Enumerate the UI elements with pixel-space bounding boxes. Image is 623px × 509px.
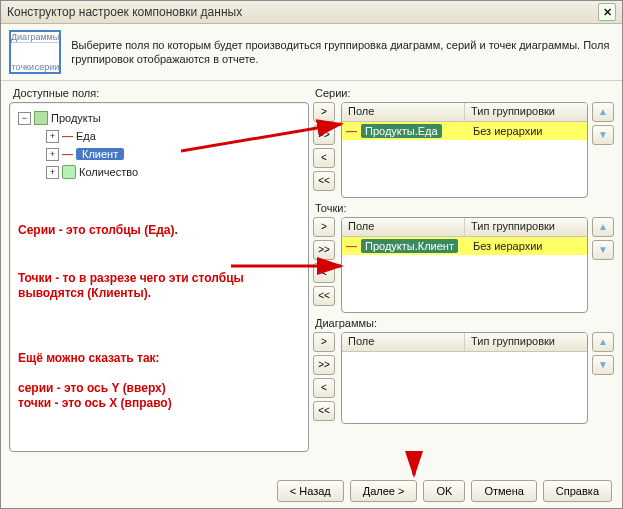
points-row[interactable]: —Продукты.Клиент Без иерархии — [342, 237, 587, 255]
addall-button[interactable]: >> — [313, 355, 335, 375]
icon-right-label: серии — [35, 62, 60, 72]
diagrams-grid[interactable]: Поле Тип группировки — [341, 332, 588, 424]
expand-icon[interactable]: + — [46, 166, 59, 179]
series-row-field: Продукты.Еда — [361, 124, 442, 138]
ok-button[interactable]: OK — [423, 480, 465, 502]
tree-item-label: Еда — [76, 130, 96, 142]
mode-diagram-icon[interactable]: Диаграммы точки серии — [9, 30, 61, 74]
points-row-group: Без иерархии — [469, 240, 587, 252]
series-row[interactable]: —Продукты.Еда Без иерархии — [342, 122, 587, 140]
expand-icon[interactable]: + — [46, 130, 59, 143]
points-row-field: Продукты.Клиент — [361, 239, 458, 253]
close-icon[interactable]: ✕ — [598, 3, 616, 21]
series-row-group: Без иерархии — [469, 125, 587, 137]
moveup-button[interactable]: ▲ — [592, 102, 614, 122]
dim-icon: — — [62, 148, 73, 160]
series-col-group: Тип группировки — [465, 103, 587, 121]
icon-top-label: Диаграммы — [11, 32, 59, 43]
annotation-points: Точки - то в разрезе чего эти столбцы вы… — [18, 271, 298, 301]
tree-item-kolichestvo[interactable]: + Количество — [14, 163, 304, 181]
series-col-field: Поле — [342, 103, 465, 121]
series-label: Серии: — [315, 87, 614, 99]
removeall-button[interactable]: << — [313, 286, 335, 306]
number-icon — [62, 165, 76, 179]
movedown-button[interactable]: ▼ — [592, 240, 614, 260]
expand-icon[interactable]: + — [46, 148, 59, 161]
moveup-button[interactable]: ▲ — [592, 217, 614, 237]
removeall-button[interactable]: << — [313, 171, 335, 191]
addall-button[interactable]: >> — [313, 240, 335, 260]
tree-item-klient[interactable]: + — Клиент — [14, 145, 304, 163]
collapse-icon[interactable]: − — [18, 112, 31, 125]
toolbar-description: Выберите поля по которым будет производи… — [71, 38, 614, 66]
points-col-group: Тип группировки — [465, 218, 587, 236]
removeall-button[interactable]: << — [313, 401, 335, 421]
diagrams-col-group: Тип группировки — [465, 333, 587, 351]
icon-left-label: точки — [11, 62, 35, 72]
dim-icon: — — [62, 130, 73, 142]
add-button[interactable]: > — [313, 332, 335, 352]
series-grid[interactable]: Поле Тип группировки —Продукты.Еда Без и… — [341, 102, 588, 198]
tree-item-label: Клиент — [76, 148, 124, 160]
dim-icon: — — [346, 240, 357, 252]
movedown-button[interactable]: ▼ — [592, 125, 614, 145]
help-button[interactable]: Справка — [543, 480, 612, 502]
remove-button[interactable]: < — [313, 378, 335, 398]
annotation-series: Серии - это столбцы (Еда). — [18, 223, 178, 238]
addall-button[interactable]: >> — [313, 125, 335, 145]
footer-buttons: < Назад Далее > OK Отмена Справка — [277, 480, 612, 502]
remove-button[interactable]: < — [313, 148, 335, 168]
window-title: Конструктор настроек компоновки данных — [7, 5, 242, 19]
diagrams-col-field: Поле — [342, 333, 465, 351]
available-fields-panel: − Продукты + — Еда + — Клиент — [9, 102, 309, 452]
titlebar: Конструктор настроек компоновки данных ✕ — [1, 1, 622, 24]
available-fields-label: Доступные поля: — [13, 87, 309, 99]
points-grid[interactable]: Поле Тип группировки —Продукты.Клиент Бе… — [341, 217, 588, 313]
dim-icon: — — [346, 125, 357, 137]
add-button[interactable]: > — [313, 102, 335, 122]
annotation-extra-2: серии - это ось Y (вверх) точки - это ос… — [18, 381, 172, 411]
add-button[interactable]: > — [313, 217, 335, 237]
points-label: Точки: — [315, 202, 614, 214]
movedown-button[interactable]: ▼ — [592, 355, 614, 375]
tree-item-label: Количество — [79, 166, 138, 178]
folder-icon — [34, 111, 48, 125]
moveup-button[interactable]: ▲ — [592, 332, 614, 352]
remove-button[interactable]: < — [313, 263, 335, 283]
diagrams-label: Диаграммы: — [315, 317, 614, 329]
tree-root-label: Продукты — [51, 112, 101, 124]
points-col-field: Поле — [342, 218, 465, 236]
cancel-button[interactable]: Отмена — [471, 480, 536, 502]
annotation-extra-1: Ещё можно сказать так: — [18, 351, 160, 366]
back-button[interactable]: < Назад — [277, 480, 344, 502]
toolbar: Диаграммы точки серии Выберите поля по к… — [1, 24, 622, 81]
tree-root[interactable]: − Продукты — [14, 109, 304, 127]
tree-item-eda[interactable]: + — Еда — [14, 127, 304, 145]
next-button[interactable]: Далее > — [350, 480, 418, 502]
